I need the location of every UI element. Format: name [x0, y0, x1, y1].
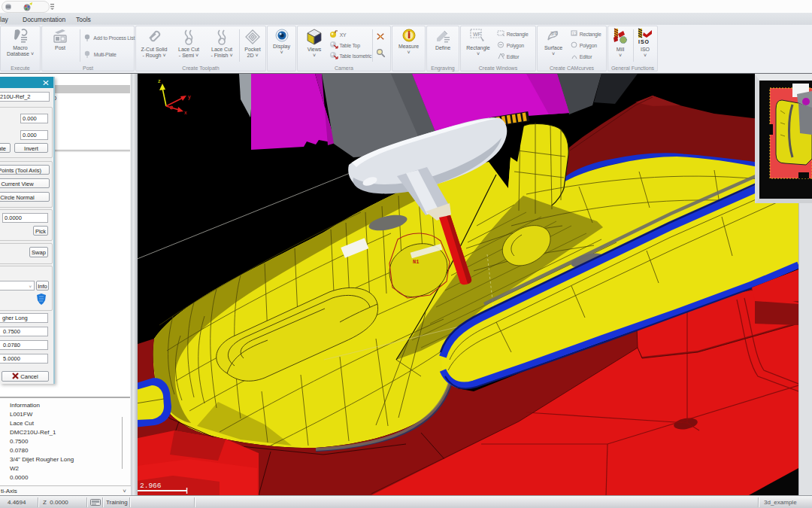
- svg-text:N1: N1: [413, 259, 419, 265]
- svg-text:2.966: 2.966: [140, 482, 162, 490]
- svg-text:3/4: 3/4: [550, 31, 557, 36]
- svg-text:ISO: ISO: [638, 39, 650, 44]
- svg-text:WF: WF: [473, 32, 481, 37]
- svg-text:z: z: [158, 78, 161, 84]
- svg-text:12: 12: [572, 32, 577, 36]
- svg-text:y: y: [188, 94, 191, 100]
- svg-text:x: x: [184, 110, 187, 115]
